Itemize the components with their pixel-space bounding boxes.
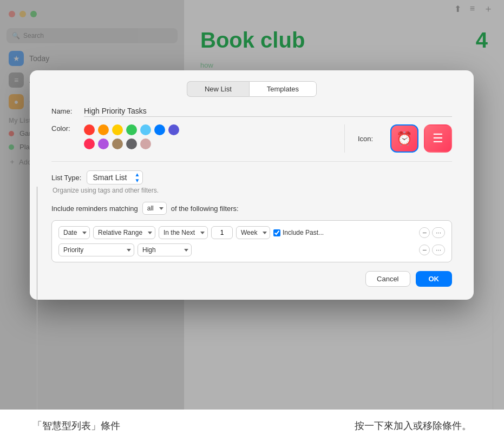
- filter-section: Date Relative Range In the Next Week Inc…: [51, 220, 452, 262]
- icon-label: Icon:: [358, 135, 385, 143]
- color-gray[interactable]: [126, 138, 137, 149]
- filter1-field4-select[interactable]: Week: [236, 226, 270, 239]
- filter1-actions: − ···: [419, 227, 445, 238]
- icon-alarm[interactable]: ⏰: [390, 124, 418, 153]
- filter1-more-button[interactable]: ···: [432, 227, 445, 238]
- name-input[interactable]: [84, 105, 452, 117]
- include-all-select[interactable]: all: [142, 202, 167, 215]
- filter1-field2-select[interactable]: Relative Range: [93, 226, 155, 239]
- filter1-include-past-checkbox[interactable]: [273, 229, 280, 236]
- color-purple[interactable]: [168, 124, 179, 135]
- include-label: Include reminders matching: [51, 204, 138, 213]
- modal-tabs: New List Templates: [30, 70, 474, 105]
- color-section: Color:: [51, 124, 336, 149]
- color-grid: [84, 124, 179, 149]
- color-green[interactable]: [126, 124, 137, 135]
- annotation-right: 按一下來加入或移除條件。: [355, 419, 472, 432]
- name-label: Name:: [51, 107, 78, 115]
- include-matching-row: Include reminders matching all of the fo…: [51, 202, 452, 215]
- list-type-section: List Type: Smart List ▲▼ Organize using …: [51, 170, 452, 194]
- tab-templates[interactable]: Templates: [249, 81, 317, 97]
- color-brown[interactable]: [112, 138, 123, 149]
- filter2-actions: − ···: [419, 245, 445, 255]
- of-following-label: of the following filters:: [171, 204, 239, 213]
- callout-line-right: [493, 246, 493, 410]
- filter-row-1: Date Relative Range In the Next Week Inc…: [58, 226, 445, 239]
- icon-list[interactable]: ☰: [424, 124, 452, 153]
- modal: New List Templates Name: Color:: [30, 70, 474, 300]
- alarm-icon: ⏰: [396, 131, 413, 146]
- color-label: Color:: [51, 124, 78, 133]
- color-blue[interactable]: [154, 124, 165, 135]
- modal-footer: Cancel OK: [30, 271, 474, 287]
- icon-section: Icon: ⏰ ☰: [344, 124, 452, 153]
- filter2-more-button[interactable]: ···: [432, 245, 445, 255]
- color-red[interactable]: [84, 124, 95, 135]
- filter2-field1-select[interactable]: Priority: [58, 243, 134, 256]
- annotation-left: 「智慧型列表」條件: [32, 419, 120, 432]
- cancel-button[interactable]: Cancel: [365, 271, 410, 287]
- list-type-select-wrap[interactable]: Smart List ▲▼: [87, 170, 143, 184]
- color-yellow[interactable]: [112, 124, 123, 135]
- filter1-checkbox-group: Include Past...: [273, 229, 324, 236]
- filter1-field3-select[interactable]: In the Next: [159, 226, 208, 239]
- callout-line-left: [37, 187, 37, 410]
- color-violet[interactable]: [98, 138, 109, 149]
- annotation-bar: 「智慧型列表」條件 按一下來加入或移除條件。: [0, 410, 504, 442]
- name-row: Name:: [51, 105, 452, 117]
- filter2-field2-select[interactable]: High: [138, 243, 192, 256]
- color-mauve[interactable]: [140, 138, 151, 149]
- list-type-row: List Type: Smart List ▲▼: [51, 170, 452, 184]
- filter-row-2: Priority High − ···: [58, 243, 445, 256]
- ok-button[interactable]: OK: [416, 271, 453, 287]
- color-orange[interactable]: [98, 124, 109, 135]
- list-type-select[interactable]: Smart List: [87, 170, 143, 184]
- filter2-remove-button[interactable]: −: [419, 245, 430, 255]
- color-lightblue[interactable]: [140, 124, 151, 135]
- list-icon: ☰: [433, 131, 443, 146]
- color-icon-row: Color: Icon:: [51, 124, 452, 162]
- filter1-number-input[interactable]: [211, 226, 233, 239]
- modal-body: Name: Color:: [30, 105, 474, 262]
- color-pink[interactable]: [84, 138, 95, 149]
- filter1-checkbox-label: Include Past...: [283, 229, 324, 236]
- filter1-remove-button[interactable]: −: [419, 227, 430, 238]
- tab-new-list[interactable]: New List: [187, 81, 249, 97]
- filter1-field1-select[interactable]: Date: [58, 226, 90, 239]
- list-type-label: List Type:: [51, 174, 81, 182]
- hint-text: Organize using tags and other filters.: [51, 187, 452, 194]
